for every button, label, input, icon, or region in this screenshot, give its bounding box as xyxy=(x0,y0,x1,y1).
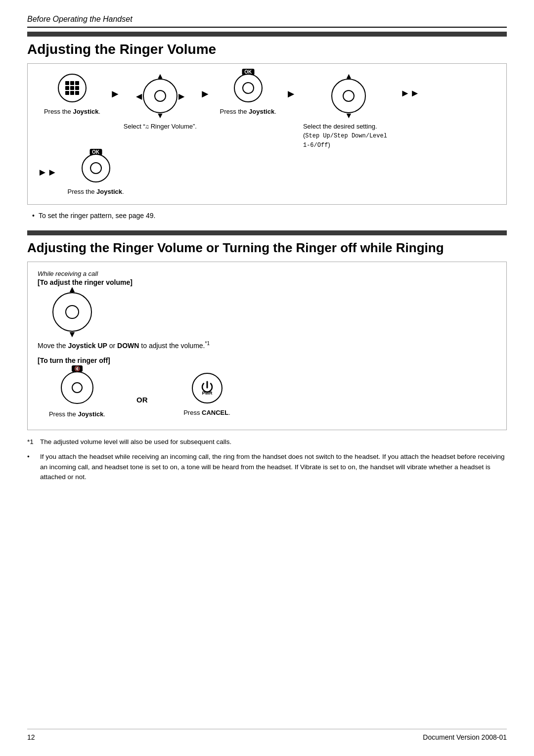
section1-instruction-box: Press the Joystick. ► ▲ ▼ ◀ ▶ Select “♫ … xyxy=(27,63,507,205)
step5-joystick-center xyxy=(90,162,102,174)
footnotes-container: *1 The adjusted volume level will also b… xyxy=(27,437,507,482)
mute-badge: 🔇 xyxy=(72,365,83,372)
step4-caption: Select the desired setting. (Step Up/Ste… xyxy=(303,122,395,150)
grid-cell xyxy=(65,81,69,85)
grid-cell xyxy=(70,86,74,90)
grid-cell xyxy=(65,91,69,95)
footer-page-number: 12 xyxy=(27,733,35,741)
step-row-1: Press the Joystick. ► ▲ ▼ ◀ ▶ Select “♫ … xyxy=(38,74,496,150)
step4-joystick-center xyxy=(343,90,355,102)
step4-joystick-circle xyxy=(331,79,366,113)
footnote-1: *1 The adjusted volume level will also b… xyxy=(27,437,507,447)
step5-icon-wrap: OK xyxy=(82,154,110,182)
bullet-symbol: • xyxy=(32,212,35,220)
grid-button-icon xyxy=(58,74,87,102)
section2-joystick-wrap: ▲ ▼ xyxy=(52,292,92,332)
grid-cell xyxy=(75,86,79,90)
step5-caption: Press the Joystick. xyxy=(67,187,124,196)
svg-text:PWR: PWR xyxy=(202,391,212,396)
mute-caption: Press the Joystick. xyxy=(49,410,105,419)
step2-joystick-wrap: ▲ ▼ ◀ ▶ xyxy=(143,79,178,113)
step4-item: ▲ ▼ Select the desired setting. (Step Up… xyxy=(299,74,398,150)
step3-item: OK Press the Joystick. xyxy=(214,74,283,116)
bullet-text: To set the ringer pattern, see page 49. xyxy=(39,212,156,220)
mute-joystick-circle xyxy=(61,371,93,404)
grid-cell xyxy=(70,91,74,95)
section1-bar xyxy=(27,32,507,37)
pwr-caption: Press CANCEL. xyxy=(183,408,230,417)
arrow1: ► xyxy=(107,88,124,100)
mute-joystick-center xyxy=(72,382,83,393)
joystick-left-arrow: ◀ xyxy=(136,91,142,101)
step2-caption: Select “♫ Ringer Volume”. xyxy=(124,122,197,132)
mute-icon-wrap: 🔇 xyxy=(61,371,93,404)
move-caption: Move the Joystick UP or DOWN to adjust t… xyxy=(38,341,496,350)
grid-cell xyxy=(70,81,74,85)
joystick-center xyxy=(154,90,166,102)
pwr-icon: PWR xyxy=(198,379,217,398)
grid-icon xyxy=(65,81,79,95)
step3-joystick-circle xyxy=(234,74,263,102)
step5-item: OK Press the Joystick. xyxy=(61,154,131,196)
page-header: Before Operating the Handset xyxy=(27,15,507,28)
footnote-bullet-symbol: • xyxy=(27,452,37,482)
step3-icon-wrap: OK xyxy=(234,74,263,102)
footnote-1-text: The adjusted volume level will also be u… xyxy=(40,437,231,447)
pwr-icon-wrap: PWR xyxy=(192,373,222,403)
pwr-circle: PWR xyxy=(192,373,222,403)
section2-title: Adjusting the Ringer Volume or Turning t… xyxy=(27,240,507,256)
step1-caption: Press the Joystick. xyxy=(44,107,100,116)
s2-joystick-circle xyxy=(52,292,92,332)
turn-off-label: [To turn the ringer off] xyxy=(38,356,496,364)
section2-inner-box: While receiving a call [To adjust the ri… xyxy=(27,262,507,430)
step-row-2: ►► OK Press the Joystick. xyxy=(38,154,496,196)
section2-box-header: While receiving a call xyxy=(38,270,496,277)
step2-item: ▲ ▼ ◀ ▶ Select “♫ Ringer Volume”. xyxy=(124,74,197,132)
step4-joystick-wrap: ▲ ▼ xyxy=(331,79,366,113)
section1-bullet-note: • To set the ringer pattern, see page 49… xyxy=(32,212,507,220)
step5-joystick-circle xyxy=(82,154,110,182)
page-container: Before Operating the Handset Adjusting t… xyxy=(0,0,534,756)
pwr-item: PWR Press CANCEL. xyxy=(168,373,247,417)
arrow2: ► xyxy=(197,88,214,100)
s2-joystick-center xyxy=(65,305,79,319)
page-footer: 12 Document Version 2008-01 xyxy=(27,729,507,741)
footnote-bullet-text: If you attach the headset while receivin… xyxy=(40,452,507,482)
turn-off-row: 🔇 Press the Joystick. OR xyxy=(38,371,496,419)
double-arrow-left: ►► xyxy=(38,167,61,178)
step1-icon-wrap xyxy=(58,74,87,102)
grid-cell xyxy=(75,91,79,95)
step3-caption: Press the Joystick. xyxy=(220,107,276,116)
section1-title: Adjusting the Ringer Volume xyxy=(27,42,507,57)
section2-box-subheader: [To adjust the ringer volume] xyxy=(38,278,496,286)
arrow3: ► xyxy=(283,88,300,100)
or-label: OR xyxy=(136,396,148,404)
step4-group: ▲ ▼ Select the desired setting. (Step Up… xyxy=(299,74,422,150)
header-title: Before Operating the Handset xyxy=(27,15,133,23)
footer-version: Document Version 2008-01 xyxy=(423,733,507,741)
footnote-1-num: *1 xyxy=(27,437,37,447)
footnote-bullet: • If you attach the headset while receiv… xyxy=(27,452,507,482)
double-arrow-right: ►► xyxy=(398,88,422,99)
grid-cell xyxy=(65,86,69,90)
mute-item: 🔇 Press the Joystick. xyxy=(38,371,117,419)
grid-cell xyxy=(75,81,79,85)
section2-bar xyxy=(27,230,507,235)
step1-item: Press the Joystick. xyxy=(38,74,107,116)
joystick-right-arrow: ▶ xyxy=(178,91,184,101)
step3-joystick-center xyxy=(242,82,254,94)
joystick-circle xyxy=(143,79,178,113)
